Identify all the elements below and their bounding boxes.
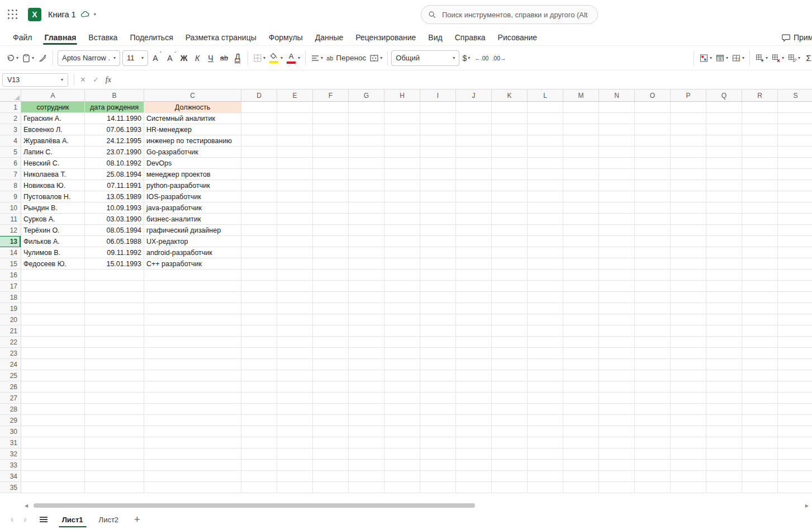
cell-I23[interactable] bbox=[420, 348, 456, 359]
cell-I31[interactable] bbox=[420, 437, 456, 448]
cell-C33[interactable] bbox=[144, 460, 241, 471]
cell-B25[interactable] bbox=[85, 370, 144, 381]
cell-G24[interactable] bbox=[349, 359, 384, 370]
cell-L28[interactable] bbox=[528, 404, 563, 415]
cell-A2[interactable]: Гераскин А. bbox=[21, 113, 85, 124]
align-button[interactable]: ▾ bbox=[309, 50, 325, 66]
cell-N33[interactable] bbox=[599, 460, 635, 471]
cell-K17[interactable] bbox=[492, 281, 528, 292]
cell-M22[interactable] bbox=[563, 337, 599, 348]
cell-G8[interactable] bbox=[349, 180, 384, 191]
cell-L23[interactable] bbox=[528, 348, 563, 359]
cell-G15[interactable] bbox=[349, 258, 384, 270]
cell-I28[interactable] bbox=[420, 404, 456, 415]
italic-button[interactable]: К bbox=[191, 50, 204, 66]
row-header-1[interactable]: 1 bbox=[0, 102, 21, 113]
cell-N21[interactable] bbox=[599, 325, 635, 337]
cell-P11[interactable] bbox=[671, 214, 706, 225]
select-all-button[interactable] bbox=[0, 89, 21, 102]
cell-M15[interactable] bbox=[563, 258, 599, 270]
cell-B8[interactable]: 07.11.1991 bbox=[85, 180, 144, 191]
cell-M13[interactable] bbox=[563, 236, 599, 247]
cell-S34[interactable] bbox=[778, 471, 812, 482]
cell-O33[interactable] bbox=[635, 460, 671, 471]
cell-P34[interactable] bbox=[671, 471, 706, 482]
cell-F19[interactable] bbox=[313, 303, 349, 314]
cell-M16[interactable] bbox=[563, 270, 599, 281]
cell-O3[interactable] bbox=[635, 124, 671, 135]
cell-S8[interactable] bbox=[778, 180, 812, 191]
cell-H3[interactable] bbox=[384, 124, 420, 135]
cell-Q11[interactable] bbox=[706, 214, 742, 225]
prev-sheet-button[interactable]: ‹ bbox=[6, 514, 18, 525]
cell-P32[interactable] bbox=[671, 448, 706, 460]
cell-I2[interactable] bbox=[420, 113, 456, 124]
cell-F10[interactable] bbox=[313, 202, 349, 214]
cell-H26[interactable] bbox=[384, 381, 420, 393]
cell-M20[interactable] bbox=[563, 314, 599, 325]
cell-I27[interactable] bbox=[420, 393, 456, 404]
cell-R6[interactable] bbox=[742, 158, 778, 169]
cell-J1[interactable] bbox=[456, 102, 492, 113]
cell-S7[interactable] bbox=[778, 169, 812, 180]
cell-L17[interactable] bbox=[528, 281, 563, 292]
cell-G22[interactable] bbox=[349, 337, 384, 348]
cell-M30[interactable] bbox=[563, 426, 599, 437]
cell-A21[interactable] bbox=[21, 325, 85, 337]
cell-J12[interactable] bbox=[456, 225, 492, 236]
cell-S22[interactable] bbox=[778, 337, 812, 348]
cell-R13[interactable] bbox=[742, 236, 778, 247]
cell-I16[interactable] bbox=[420, 270, 456, 281]
cell-F29[interactable] bbox=[313, 415, 349, 426]
cell-H33[interactable] bbox=[384, 460, 420, 471]
cell-O31[interactable] bbox=[635, 437, 671, 448]
cell-D21[interactable] bbox=[241, 325, 277, 337]
cell-K30[interactable] bbox=[492, 426, 528, 437]
row-header-34[interactable]: 34 bbox=[0, 471, 21, 482]
cell-O7[interactable] bbox=[635, 169, 671, 180]
cell-L8[interactable] bbox=[528, 180, 563, 191]
autosave-status-icon[interactable] bbox=[80, 10, 89, 19]
cell-K9[interactable] bbox=[492, 191, 528, 202]
cell-L31[interactable] bbox=[528, 437, 563, 448]
cell-B12[interactable]: 08.05.1994 bbox=[85, 225, 144, 236]
cell-K24[interactable] bbox=[492, 359, 528, 370]
cell-R9[interactable] bbox=[742, 191, 778, 202]
cell-B9[interactable]: 13.05.1989 bbox=[85, 191, 144, 202]
cell-R21[interactable] bbox=[742, 325, 778, 337]
double-underline-button[interactable]: Д bbox=[231, 50, 244, 66]
cell-S16[interactable] bbox=[778, 270, 812, 281]
cell-D23[interactable] bbox=[241, 348, 277, 359]
column-header-H[interactable]: H bbox=[384, 89, 420, 102]
cell-N22[interactable] bbox=[599, 337, 635, 348]
cell-J7[interactable] bbox=[456, 169, 492, 180]
insert-cells-button[interactable]: ▾ bbox=[753, 50, 770, 66]
cell-B17[interactable] bbox=[85, 281, 144, 292]
cell-L29[interactable] bbox=[528, 415, 563, 426]
cell-D8[interactable] bbox=[241, 180, 277, 191]
cell-J18[interactable] bbox=[456, 292, 492, 303]
cell-N1[interactable] bbox=[599, 102, 635, 113]
cell-E25[interactable] bbox=[277, 370, 313, 381]
cell-K23[interactable] bbox=[492, 348, 528, 359]
cell-G4[interactable] bbox=[349, 135, 384, 147]
cell-O20[interactable] bbox=[635, 314, 671, 325]
cell-M6[interactable] bbox=[563, 158, 599, 169]
search-box[interactable]: Поиск инструментов, справки и другого (A… bbox=[421, 5, 598, 24]
cell-G32[interactable] bbox=[349, 448, 384, 460]
cell-F6[interactable] bbox=[313, 158, 349, 169]
cell-G2[interactable] bbox=[349, 113, 384, 124]
cell-N29[interactable] bbox=[599, 415, 635, 426]
cell-I7[interactable] bbox=[420, 169, 456, 180]
row-header-12[interactable]: 12 bbox=[0, 225, 21, 236]
cell-E8[interactable] bbox=[277, 180, 313, 191]
cell-I22[interactable] bbox=[420, 337, 456, 348]
cell-C20[interactable] bbox=[144, 314, 241, 325]
cell-F30[interactable] bbox=[313, 426, 349, 437]
cell-A28[interactable] bbox=[21, 404, 85, 415]
cell-M18[interactable] bbox=[563, 292, 599, 303]
cell-D24[interactable] bbox=[241, 359, 277, 370]
autosum-button[interactable]: Σ bbox=[802, 50, 812, 66]
cell-A30[interactable] bbox=[21, 426, 85, 437]
cell-L2[interactable] bbox=[528, 113, 563, 124]
